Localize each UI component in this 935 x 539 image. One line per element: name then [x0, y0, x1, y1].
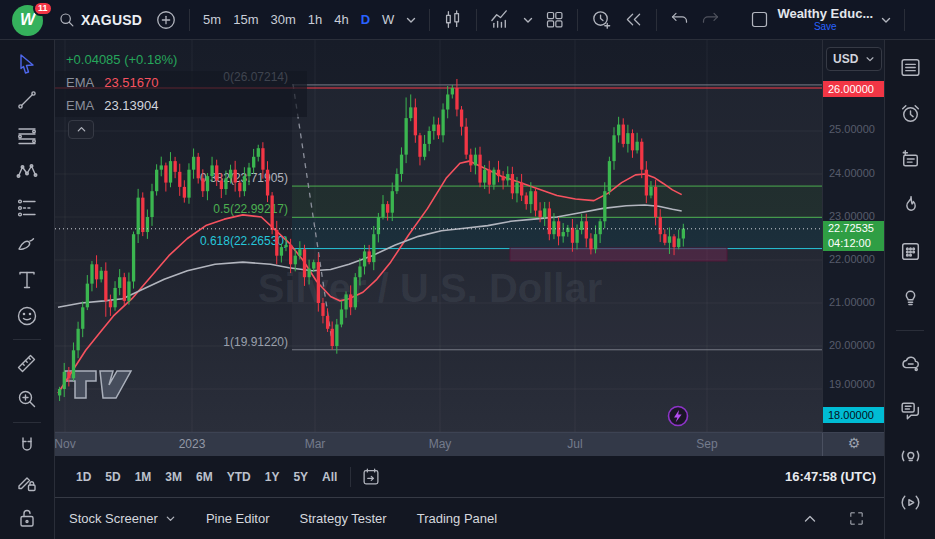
ema-legend-row[interactable]: EMA23.51670 [55, 71, 307, 94]
event-marker-lightning-icon[interactable] [669, 407, 688, 426]
calendar-go-icon [360, 466, 382, 488]
panel-maximize-button[interactable] [842, 506, 870, 532]
widget-minds[interactable] [896, 351, 924, 377]
symbol-name: XAGUSD [81, 12, 142, 28]
support-zone-box[interactable] [510, 248, 727, 261]
range-1y[interactable]: 1Y [258, 466, 287, 488]
chart-style-button[interactable] [437, 6, 469, 34]
save-button[interactable]: Save [814, 20, 837, 33]
tool-xabcd-pattern[interactable] [13, 159, 41, 185]
layout-grid-button[interactable] [539, 6, 570, 33]
timeframe-1h[interactable]: 1h [302, 9, 328, 30]
chart-pane[interactable]: Silver / U.S. Dollar0(26.07214)0.382(23.… [55, 40, 822, 432]
range-1d[interactable]: 1D [69, 466, 98, 488]
flame-icon [898, 193, 923, 218]
chevron-down-icon [522, 14, 534, 26]
timeframe-menu-button[interactable] [400, 11, 422, 29]
widget-alerts[interactable] [896, 100, 924, 126]
range-5y[interactable]: 5Y [286, 466, 315, 488]
tool-fib-retracement[interactable] [13, 123, 41, 149]
layout-select-button[interactable] [744, 6, 775, 33]
bar-replay-button[interactable] [618, 6, 649, 33]
chat-bubbles-icon [898, 398, 923, 423]
range-toolbar: 1D 5D 1M 3M 6M YTD 1Y 5Y All 16:47:58 (U… [55, 456, 884, 497]
ruler-icon [15, 351, 39, 375]
bar-countdown: 04:12:00 [828, 236, 885, 251]
scale-settings-gear-icon[interactable]: ⚙ [843, 435, 865, 451]
magnet-icon [15, 434, 39, 458]
chevron-down-icon [405, 14, 417, 26]
timeframe-5m[interactable]: 5m [197, 9, 227, 30]
layout-menu-button[interactable] [875, 11, 897, 29]
widget-calendar[interactable] [896, 238, 924, 264]
price-tick: 21.00000 [829, 295, 875, 309]
range-6m[interactable]: 6M [189, 466, 220, 488]
fib-level-label: 1(19.91220) [223, 335, 288, 349]
indicators-icon [489, 8, 512, 31]
widget-streams[interactable] [896, 489, 924, 515]
panel-expand-button[interactable] [796, 506, 824, 532]
range-all[interactable]: All [315, 466, 344, 488]
symbol-search-button[interactable]: XAGUSD [50, 7, 150, 32]
tool-text[interactable] [13, 267, 41, 293]
widget-live-ideas[interactable] [896, 443, 924, 469]
currency-select[interactable]: USD [826, 47, 882, 71]
price-tick: 19.00000 [829, 377, 875, 391]
range-ytd[interactable]: YTD [220, 466, 258, 488]
object-tree-icon [898, 147, 923, 172]
tool-projection[interactable] [13, 195, 41, 221]
tool-magnet[interactable] [13, 433, 41, 459]
axis-divider [822, 433, 823, 457]
top-toolbar: W 11 XAGUSD 5m 15m 30m 1h 4h D W [0, 0, 935, 40]
timeframe-4h[interactable]: 4h [328, 9, 354, 30]
tool-brush[interactable] [13, 231, 41, 257]
tool-emoji[interactable] [13, 303, 41, 329]
ema-value-red: 23.51670 [104, 75, 158, 90]
timeframe-15m[interactable]: 15m [227, 9, 264, 30]
go-to-date-button[interactable] [357, 464, 385, 490]
tab-strategy-tester[interactable]: Strategy Tester [299, 511, 386, 526]
timeframe-1d-active[interactable]: D [355, 9, 376, 30]
fib-level-label: 0.618(22.26530) [200, 234, 288, 248]
account-menu[interactable]: W 11 [6, 2, 50, 38]
chevron-down-icon [880, 14, 892, 26]
tool-measure[interactable] [13, 350, 41, 376]
layout-save-control[interactable]: Wealthy Educ... Save [777, 7, 873, 33]
indicators-button[interactable] [484, 5, 517, 34]
price-scale[interactable]: USD 26.00000 25.00000 24.00000 23.00000 … [822, 40, 884, 432]
widget-toolbar [884, 40, 935, 539]
utc-clock[interactable]: 16:47:58 (UTC) [785, 469, 876, 484]
toolbar-separator [189, 9, 190, 31]
widget-object-tree[interactable] [896, 146, 924, 172]
toolbar-separator [350, 467, 351, 487]
widget-hotlists[interactable] [896, 192, 924, 218]
create-alert-button[interactable] [585, 5, 618, 34]
tab-stock-screener[interactable]: Stock Screener [69, 511, 176, 526]
widget-watchlist[interactable] [896, 54, 924, 80]
widget-ideas[interactable] [896, 284, 924, 310]
tab-pine-editor[interactable]: Pine Editor [206, 511, 270, 526]
tool-zoom-in[interactable] [13, 386, 41, 412]
ema-legend-row[interactable]: EMA23.13904 [55, 94, 307, 117]
range-3m[interactable]: 3M [158, 466, 189, 488]
tab-trading-panel[interactable]: Trading Panel [417, 511, 497, 526]
legend-collapse-button[interactable] [68, 120, 94, 139]
range-1m[interactable]: 1M [128, 466, 159, 488]
widget-notifications[interactable] [896, 535, 924, 539]
pencil-lock-icon [15, 470, 39, 494]
indicators-menu-button[interactable] [517, 11, 539, 29]
range-5d[interactable]: 5D [98, 466, 127, 488]
tool-trend-line[interactable] [13, 87, 41, 113]
tab-label: Trading Panel [417, 511, 497, 526]
timeframe-1w[interactable]: W [376, 9, 400, 30]
undo-button[interactable] [664, 6, 695, 33]
time-scale[interactable]: Nov 2023 Mar May Jul Sep ⚙ [55, 432, 884, 456]
compare-add-symbol-button[interactable] [150, 6, 182, 34]
redo-button[interactable] [695, 6, 726, 33]
drawing-toolbar [0, 40, 55, 539]
timeframe-30m[interactable]: 30m [264, 9, 301, 30]
tool-cursor[interactable] [13, 51, 41, 77]
widget-chat[interactable] [896, 397, 924, 423]
tool-drawing-sync[interactable] [13, 469, 41, 495]
tool-lock-all[interactable] [13, 505, 41, 531]
